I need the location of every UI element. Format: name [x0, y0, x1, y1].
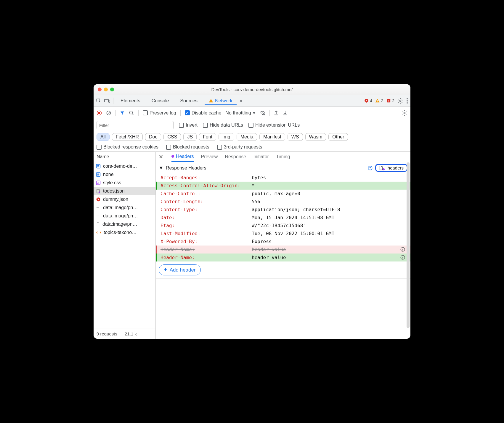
device-toolbar-icon[interactable] [104, 99, 110, 103]
error-icon [364, 99, 369, 103]
export-har-icon[interactable] [283, 110, 288, 116]
name-column-header[interactable]: Name [94, 152, 155, 162]
type-pill-js[interactable]: JS [183, 133, 197, 141]
details-tab-timing[interactable]: Timing [276, 154, 290, 159]
inspect-icon[interactable] [96, 98, 101, 104]
request-list-pane: Name cors-demo-de…nonestyle.csstodos.jso… [94, 152, 156, 339]
request-row[interactable]: topics-taxono… [94, 228, 155, 237]
filter-input[interactable] [97, 121, 174, 129]
tab-network[interactable]: Network [205, 96, 237, 105]
help-icon[interactable] [367, 165, 373, 171]
header-row[interactable]: Accept-Ranges:bytes [156, 174, 410, 182]
hide-extension-urls-checkbox[interactable]: Hide extension URLs [248, 122, 300, 128]
network-settings-icon[interactable] [402, 110, 407, 116]
block-filter-row: Blocked response cookies Blocked request… [94, 143, 410, 152]
type-pill-wasm[interactable]: Wasm [305, 133, 326, 141]
settings-gear-icon[interactable] [397, 98, 403, 104]
request-row[interactable]: data:image/pn… [94, 212, 155, 220]
close-details-icon[interactable]: ✕ [159, 154, 164, 160]
header-row[interactable]: Header-Name:header value [156, 254, 410, 261]
invert-checkbox[interactable]: Invert [179, 122, 198, 128]
preserve-log-checkbox[interactable]: Preserve log [143, 110, 176, 116]
warning-count[interactable]: 2 [375, 98, 383, 103]
add-header-button[interactable]: + Add header [159, 264, 201, 275]
type-pill-manifest[interactable]: Manifest [259, 133, 285, 141]
svg-point-11 [407, 100, 408, 101]
disable-cache-checkbox[interactable]: ✓Disable cache [185, 110, 221, 116]
type-pill-ws[interactable]: WS [288, 133, 303, 141]
error-count[interactable]: 4 [364, 98, 372, 103]
clear-button[interactable] [106, 110, 111, 116]
override-dot-icon [383, 168, 385, 170]
svg-rect-4 [377, 100, 378, 101]
request-name: data:image/pn… [102, 222, 137, 227]
request-row[interactable]: none [94, 170, 155, 179]
type-pill-css[interactable]: CSS [163, 133, 181, 141]
hide-data-urls-checkbox[interactable]: Hide data URLs [203, 122, 243, 128]
request-name: data:image/pn… [103, 205, 138, 210]
tab-sources[interactable]: Sources [176, 96, 202, 105]
request-row[interactable]: todos.json [94, 187, 155, 195]
header-row[interactable]: Cache-Control:public, max-age=0 [156, 190, 410, 198]
header-key: Content-Length: [160, 199, 249, 204]
blocked-requests-checkbox[interactable]: Blocked requests [166, 144, 209, 150]
response-headers-toggle[interactable]: ▼ Response Headers .headers [156, 162, 410, 174]
info-icon[interactable] [399, 255, 407, 260]
svg-point-17 [262, 114, 262, 114]
panel-tabstrip: Elements Console Sources Network » 4 2 2 [94, 95, 410, 107]
status-bar: 9 requests 21.1 k [94, 329, 155, 339]
search-icon[interactable] [129, 110, 134, 116]
type-pill-fetch[interactable]: Fetch/XHR [112, 133, 143, 141]
scrollbar[interactable] [407, 162, 410, 328]
request-row[interactable]: cors-demo-de… [94, 162, 155, 170]
more-tabs-icon[interactable]: » [240, 98, 243, 104]
type-pill-img[interactable]: Img [219, 133, 234, 141]
details-tab-response[interactable]: Response [225, 154, 246, 159]
import-har-icon[interactable] [274, 110, 279, 116]
type-pill-other[interactable]: Other [328, 133, 348, 141]
tab-elements[interactable]: Elements [116, 96, 145, 105]
kebab-menu-icon[interactable] [406, 98, 408, 104]
svg-point-28 [370, 169, 370, 169]
type-pill-doc[interactable]: Doc [145, 133, 161, 141]
network-conditions-icon[interactable] [259, 111, 265, 115]
record-button[interactable] [97, 110, 102, 116]
headers-file-badge[interactable]: .headers [375, 164, 407, 172]
header-row[interactable]: Etag:W/"22c-18457c15d68" [156, 222, 410, 230]
response-headers-table: Accept-Ranges:bytesAccess-Control-Allow-… [156, 174, 410, 261]
header-row[interactable]: Content-Type:application/json; charset=U… [156, 206, 410, 214]
type-pill-font[interactable]: Font [199, 133, 216, 141]
header-key: Last-Modified: [160, 231, 249, 236]
request-name: todos.json [103, 188, 125, 194]
details-tab-preview[interactable]: Preview [201, 154, 218, 159]
details-tab-headers[interactable]: Headers [171, 152, 194, 162]
type-pill-all[interactable]: All [97, 133, 110, 141]
request-row[interactable]: dummy.json [94, 195, 155, 204]
header-value: Mon, 15 Jan 2024 14:51:08 GMT [252, 215, 396, 220]
header-row[interactable]: Access-Control-Allow-Origin:* [156, 182, 410, 190]
type-pill-media[interactable]: Media [237, 133, 257, 141]
warning-icon [209, 99, 213, 103]
info-icon[interactable] [399, 247, 407, 252]
header-value: 556 [252, 199, 396, 204]
plus-icon: + [164, 267, 167, 273]
blocked-cookies-checkbox[interactable]: Blocked response cookies [97, 144, 158, 150]
request-row[interactable]: style.css [94, 179, 155, 187]
thirdparty-checkbox[interactable]: 3rd-party requests [217, 144, 262, 150]
throttling-select[interactable]: No throttling ▾ [225, 110, 255, 116]
header-row[interactable]: Content-Length:556 [156, 198, 410, 206]
filter-toggle-icon[interactable] [120, 111, 125, 115]
file-dot-icon [96, 189, 101, 193]
details-tab-initiator[interactable]: Initiator [253, 154, 269, 159]
header-row[interactable]: X-Powered-By:Express [156, 238, 410, 246]
issues-count[interactable]: 2 [386, 98, 394, 103]
svg-rect-8 [389, 101, 389, 101]
header-row[interactable]: Last-Modified:Tue, 08 Nov 2022 15:00:01 … [156, 230, 410, 238]
svg-point-23 [99, 192, 100, 193]
request-row[interactable]: data:image/pn… [94, 220, 155, 228]
tab-console[interactable]: Console [147, 96, 173, 105]
header-row[interactable]: Header-Name:header value [156, 246, 410, 254]
header-row[interactable]: Date:Mon, 15 Jan 2024 14:51:08 GMT [156, 214, 410, 222]
request-row[interactable]: data:image/pn… [94, 204, 155, 212]
file-icon [96, 222, 100, 226]
